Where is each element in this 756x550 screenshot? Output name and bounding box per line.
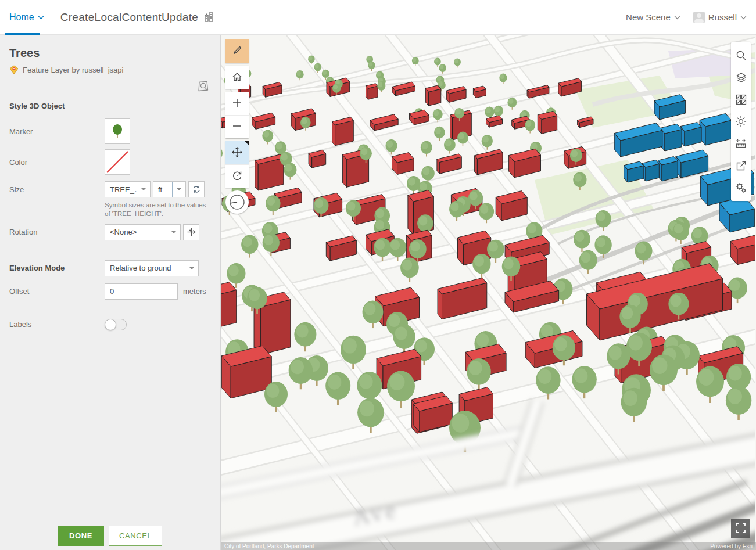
attribution-bar: City of Portland, Parks Department Power… [221, 542, 756, 550]
elevation-value: Relative to ground [105, 264, 185, 272]
feature-layer-icon [9, 65, 19, 74]
layer-style-panel: Trees Feature Layer by russell_jsapi Sty… [0, 35, 221, 550]
search-icon [736, 50, 747, 61]
pan-tool-button[interactable] [225, 141, 249, 164]
chevron-down-icon [674, 15, 680, 20]
toggle-knob [105, 319, 116, 330]
settings-button[interactable] [731, 177, 751, 199]
chevron-down-icon [740, 15, 747, 20]
color-swatch-button[interactable] [105, 149, 130, 175]
share-button[interactable] [731, 154, 751, 177]
daylight-button[interactable] [731, 110, 751, 132]
map-toolbar-left [225, 39, 249, 214]
chevron-down-icon [38, 15, 44, 20]
plus-icon [232, 98, 242, 108]
layer-subtitle-row: Feature Layer by russell_jsapi [9, 65, 211, 74]
layers-button[interactable] [731, 66, 751, 88]
offset-row: Offset meters [9, 283, 220, 300]
rotation-row: Rotation <None> [9, 224, 220, 240]
rotation-label: Rotation [9, 228, 105, 236]
size-unit-select[interactable]: ft [153, 181, 186, 197]
new-scene-menu[interactable]: New Scene [626, 12, 680, 22]
zoom-out-button[interactable] [225, 115, 249, 138]
search-button[interactable] [731, 44, 751, 66]
measure-icon [735, 138, 747, 149]
rotate-icon [231, 170, 243, 181]
color-label: Color [9, 158, 105, 167]
minus-icon [232, 121, 242, 131]
size-field-select[interactable]: TREE_… [105, 181, 151, 197]
zoom-to-layer-button[interactable] [197, 80, 210, 95]
elevation-select[interactable]: Relative to ground [105, 260, 199, 276]
edit-tool-button[interactable] [225, 39, 249, 63]
zoom-to-icon [197, 80, 210, 93]
labels-row: Labels [9, 319, 220, 330]
marker-label: Marker [9, 127, 105, 136]
pencil-icon [231, 45, 243, 56]
refresh-size-button[interactable] [188, 181, 205, 197]
rotation-select[interactable]: <None> [105, 224, 181, 240]
scene-view: Ave [221, 35, 756, 550]
compass-button[interactable] [225, 190, 249, 214]
tree-marker-icon [110, 123, 125, 139]
attribution-text: City of Portland, Parks Department [224, 543, 314, 549]
home-icon [231, 71, 243, 82]
scene-title: CreateLocalContentUpdate [60, 11, 215, 24]
done-button[interactable]: DONE [58, 526, 104, 546]
user-name: Russell [708, 12, 737, 22]
basemap-button[interactable] [731, 88, 751, 110]
chevron-down-icon [171, 231, 176, 236]
fullscreen-button[interactable] [731, 519, 750, 538]
chevron-down-icon [141, 188, 146, 193]
share-icon [736, 160, 747, 171]
user-avatar [693, 12, 705, 23]
new-scene-label: New Scene [626, 12, 671, 22]
offset-label: Offset [9, 287, 105, 296]
no-color-icon [105, 150, 130, 174]
elevation-label: Elevation Mode [9, 264, 105, 272]
fullscreen-icon [735, 523, 746, 534]
gear-icon [735, 182, 747, 193]
refresh-icon [192, 185, 201, 194]
home-menu[interactable]: Home [9, 12, 44, 23]
size-unit-value: ft [153, 185, 172, 194]
app-header: Home CreateLocalContentUpdate New Scene … [0, 0, 756, 35]
tool-menu-flag-icon [245, 141, 249, 145]
size-row: Size TREE_… ft [9, 181, 220, 197]
measure-button[interactable] [731, 132, 751, 154]
chevron-down-icon [177, 188, 181, 193]
home-view-button[interactable] [225, 66, 249, 89]
rotate-tool-button[interactable] [225, 164, 249, 188]
scene-title-text: CreateLocalContentUpdate [60, 11, 198, 24]
size-label: Size [9, 185, 105, 194]
basemap-icon [736, 94, 747, 105]
layers-icon [736, 72, 747, 83]
rotation-type-button[interactable] [183, 224, 199, 240]
cancel-button[interactable]: CANCEL [109, 526, 162, 546]
offset-input[interactable] [105, 283, 178, 300]
elevation-row: Elevation Mode Relative to ground [9, 260, 220, 276]
color-row: Color [9, 149, 220, 175]
powered-by-text: Powered by Esri [710, 543, 753, 549]
rotation-angle-icon [187, 227, 196, 237]
layer-subtitle: Feature Layer by russell_jsapi [23, 66, 123, 74]
chevron-down-icon [189, 267, 194, 272]
home-label: Home [9, 12, 34, 23]
map-toolbar-right [731, 42, 751, 201]
scene-canvas[interactable]: Ave [221, 35, 755, 550]
user-menu[interactable]: Russell [693, 12, 747, 23]
section-title: Style 3D Object [9, 102, 220, 110]
labels-label: Labels [9, 320, 105, 329]
scene-buildings-icon [203, 11, 215, 23]
layer-title: Trees [9, 46, 211, 60]
size-field-value: TREE_… [105, 185, 137, 194]
rotation-value: <None> [105, 228, 167, 236]
zoom-in-button[interactable] [225, 92, 249, 115]
labels-toggle[interactable] [105, 319, 127, 330]
size-hint: Symbol sizes are set to the values of 'T… [105, 201, 208, 218]
sun-icon [735, 116, 747, 127]
compass-icon [225, 190, 249, 214]
marker-row: Marker [9, 118, 220, 144]
marker-swatch-button[interactable] [105, 118, 130, 144]
pan-icon [231, 146, 243, 158]
